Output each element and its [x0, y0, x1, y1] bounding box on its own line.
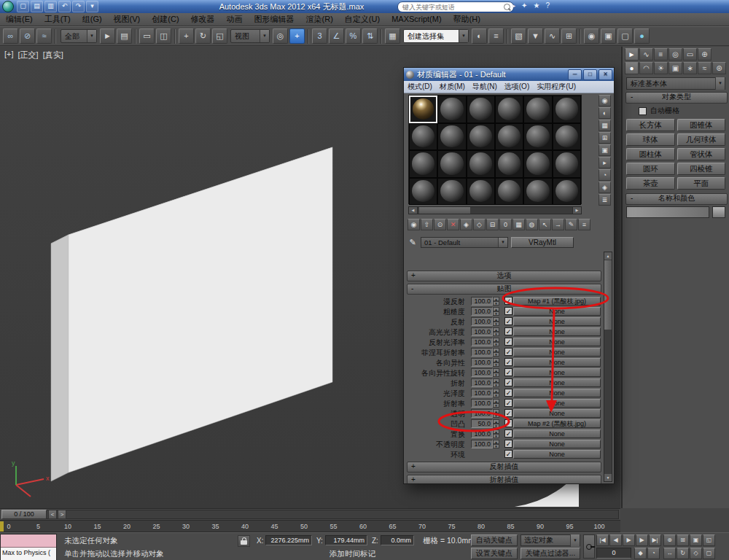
spinner-down-icon[interactable]: ▾ — [493, 322, 499, 326]
wall-front-face[interactable] — [69, 147, 332, 472]
object-type-button[interactable]: 平面 — [677, 177, 726, 190]
map-enable-checkbox[interactable]: ✓ — [504, 368, 512, 376]
menu-item[interactable]: 帮助(H) — [448, 13, 486, 26]
scroll-left-icon[interactable]: ◀ — [409, 207, 418, 214]
unlink-selection-icon[interactable]: ⊘ — [20, 28, 35, 44]
object-type-button[interactable]: 管状体 — [677, 148, 726, 160]
map-enable-checkbox[interactable]: ✓ — [504, 419, 512, 427]
material-id-channel-icon[interactable]: 0 — [499, 219, 512, 230]
spinner-down-icon[interactable]: ▾ — [493, 403, 499, 408]
scroll-right-icon[interactable]: ▶ — [572, 207, 581, 214]
rendered-frame-icon[interactable]: ▢ — [617, 28, 633, 44]
pick-material-icon[interactable]: ✎ — [408, 238, 418, 247]
material-sample-slot[interactable] — [495, 96, 523, 123]
material-sample-slot[interactable] — [467, 150, 495, 178]
lights-category-icon[interactable]: ☀ — [654, 62, 668, 74]
material-map-navigator-icon[interactable]: ≣ — [599, 194, 611, 206]
material-sample-slot[interactable] — [409, 123, 437, 151]
rollout-reflect-interpolation[interactable]: + 反射插值 — [407, 462, 601, 472]
minimize-button[interactable]: ─ — [568, 69, 582, 80]
material-sample-slot[interactable] — [409, 96, 437, 123]
map-slot-button[interactable]: None — [513, 378, 601, 387]
backlight-icon[interactable]: ◐ — [599, 107, 611, 119]
collapse-icon[interactable]: - — [411, 284, 413, 292]
menu-item[interactable]: 创建(C) — [146, 13, 184, 26]
map-enable-checkbox[interactable]: ✓ — [504, 409, 512, 417]
menu-item[interactable]: MAXScript(M) — [386, 13, 447, 26]
material-sample-slot[interactable] — [467, 96, 495, 123]
previous-frame-mini-button[interactable]: < — [48, 510, 57, 519]
spinner-down-icon[interactable]: ▾ — [493, 332, 499, 336]
align-icon[interactable]: ≡ — [488, 28, 504, 44]
layer-manager-icon[interactable]: ▧ — [511, 28, 526, 44]
shapes-category-icon[interactable]: ◠ — [639, 62, 653, 74]
material-editor-menu-item[interactable]: 材质(M) — [440, 82, 465, 92]
next-frame-button[interactable]: ▶ — [636, 534, 648, 546]
map-slot-button[interactable]: None — [513, 368, 601, 377]
select-and-move-icon[interactable]: + — [179, 28, 194, 44]
zoom-region-icon[interactable]: ◱ — [703, 534, 715, 546]
viewport-general-menu[interactable]: [+] — [4, 50, 14, 61]
sample-type-icon[interactable]: ◉ — [599, 95, 611, 106]
fov-icon[interactable]: ◇ — [690, 548, 702, 559]
map-slot-button[interactable]: None — [513, 348, 601, 357]
chevron-down-icon[interactable]: ▼ — [498, 238, 507, 247]
map-enable-checkbox[interactable]: ✓ — [504, 338, 512, 346]
select-and-scale-icon[interactable]: ◱ — [212, 28, 227, 44]
motion-tab-icon[interactable]: ◎ — [668, 48, 682, 61]
spinner-down-icon[interactable]: ▾ — [493, 393, 499, 397]
map-slot-button[interactable]: None — [513, 327, 601, 336]
time-slider-track[interactable] — [1, 510, 619, 519]
hierarchy-tab-icon[interactable]: ≡ — [654, 48, 668, 61]
material-editor-icon[interactable]: ◉ — [584, 28, 599, 44]
rollout-name-color[interactable]: - 名称和颜色 — [625, 193, 728, 205]
spinner-down-icon[interactable]: ▾ — [493, 413, 499, 418]
schematic-view-icon[interactable]: ⊞ — [561, 28, 577, 44]
selection-filter-dropdown[interactable]: 全部▼ — [61, 29, 97, 43]
spinner-down-icon[interactable]: ▾ — [493, 311, 499, 316]
scrollbar-thumb[interactable] — [604, 260, 612, 330]
previous-frame-button[interactable]: ◀ — [609, 534, 622, 546]
y-coord-field[interactable]: 179.44mm — [325, 535, 367, 545]
curve-editor-icon[interactable]: ∿ — [545, 28, 560, 44]
scroll-up-icon[interactable]: ▲ — [604, 252, 612, 260]
save-file-icon[interactable]: ▥ — [44, 1, 57, 12]
object-type-button[interactable]: 圆环 — [626, 163, 675, 175]
rollout-object-type[interactable]: - 对象类型 — [625, 92, 728, 104]
expand-icon[interactable]: + — [411, 462, 416, 470]
show-map-in-viewport-icon[interactable]: ▦ — [512, 219, 525, 230]
map-enable-checkbox[interactable]: ✓ — [504, 389, 512, 397]
search-icon[interactable] — [504, 4, 510, 10]
percent-snap-icon[interactable]: % — [346, 28, 361, 44]
orbit-icon[interactable]: ↻ — [677, 548, 689, 559]
render-setup-icon[interactable]: ▣ — [601, 28, 616, 44]
selection-lock-icon[interactable] — [238, 535, 250, 547]
material-sample-slot[interactable] — [523, 96, 552, 123]
redo-icon[interactable]: ↷ — [72, 1, 85, 12]
map-slot-button[interactable]: None — [513, 317, 601, 326]
assign-material-to-selection-icon[interactable]: ⊙ — [434, 219, 446, 230]
spinner-snap-icon[interactable]: ⇅ — [362, 28, 378, 44]
rollout-options[interactable]: + 选项 — [407, 271, 601, 281]
chevron-down-icon[interactable]: ▼ — [570, 534, 580, 547]
material-sample-slot[interactable] — [437, 96, 466, 123]
select-by-material-icon[interactable]: ◈ — [599, 182, 611, 193]
expand-icon[interactable]: + — [411, 475, 416, 483]
map-enable-checkbox[interactable]: ✓ — [504, 378, 512, 386]
spinner-down-icon[interactable]: ▾ — [493, 362, 499, 367]
menu-item[interactable]: 动画 — [221, 13, 249, 26]
rollout-maps[interactable]: - 贴图 — [407, 284, 601, 295]
material-sample-slot[interactable] — [437, 178, 466, 206]
menu-item[interactable]: 自定义(U) — [339, 13, 386, 26]
expand-icon[interactable]: + — [411, 271, 416, 279]
graphite-ribbon-icon[interactable]: ▼ — [528, 28, 543, 44]
track-bar[interactable]: 0510152025303540455055606570758085909510… — [0, 520, 620, 532]
material-editor-menu-item[interactable]: 导航(N) — [472, 82, 497, 92]
map-enable-checkbox[interactable]: ✓ — [504, 450, 512, 458]
spinner-down-icon[interactable]: ▾ — [493, 444, 499, 448]
select-object-icon[interactable]: ► — [100, 28, 115, 44]
menu-item[interactable]: 工具(T) — [39, 13, 77, 26]
zoom-icon[interactable]: ⊕ — [663, 534, 676, 546]
map-enable-checkbox[interactable]: ✓ — [504, 327, 512, 335]
material-map-browser-icon[interactable]: ≡ — [578, 219, 590, 230]
